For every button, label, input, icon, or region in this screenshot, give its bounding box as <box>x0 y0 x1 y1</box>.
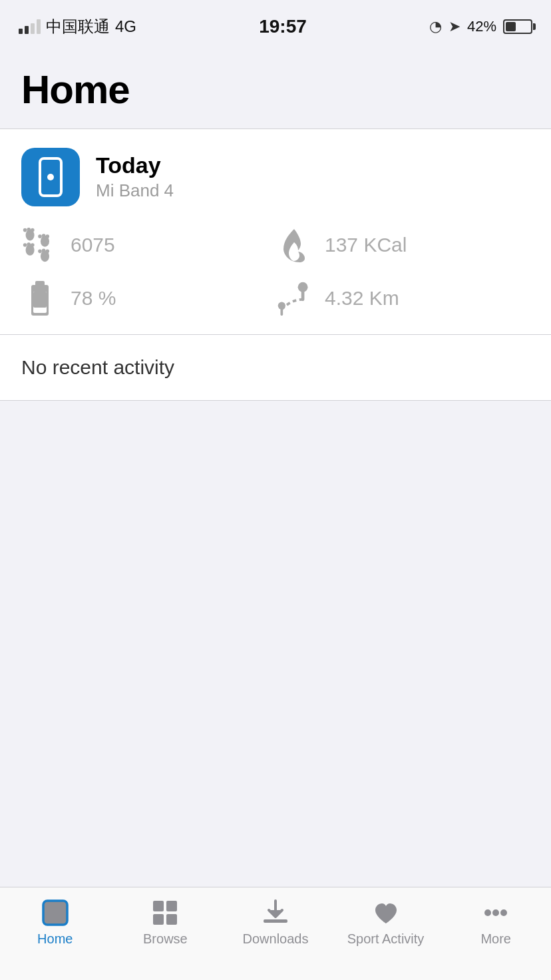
signal-bar-4 <box>37 19 41 34</box>
calories-stat: 137 KCal <box>276 228 530 262</box>
svg-rect-26 <box>153 901 164 911</box>
browse-tab-icon <box>150 898 180 927</box>
svg-rect-23 <box>47 905 54 911</box>
tab-more-label: More <box>480 931 511 947</box>
battery-stat: 78 % <box>21 281 276 316</box>
svg-rect-28 <box>153 914 164 925</box>
svg-point-6 <box>31 228 35 232</box>
svg-point-32 <box>492 909 499 916</box>
carrier-text: 中国联通 <box>46 16 110 37</box>
svg-point-13 <box>38 250 42 254</box>
svg-rect-30 <box>264 919 287 923</box>
svg-rect-25 <box>57 905 63 921</box>
tab-bar: Home Browse Downloads Sport Activity <box>0 887 551 980</box>
svg-point-15 <box>45 250 49 254</box>
today-label: Today <box>96 153 174 178</box>
signal-bar-1 <box>19 29 23 34</box>
status-left: 中国联通 4G <box>19 16 136 37</box>
svg-point-14 <box>42 249 46 253</box>
status-bar: 中国联通 4G 19:57 ◔ ➤ 42% <box>0 0 551 53</box>
today-info: Today Mi Band 4 <box>96 153 174 201</box>
downloads-tab-icon <box>261 898 290 927</box>
svg-rect-17 <box>35 281 45 286</box>
distance-value: 4.32 Km <box>325 287 399 310</box>
stats-grid: 6075 137 KCal 7 <box>21 228 530 316</box>
steps-value: 6075 <box>71 234 115 256</box>
battery-icon <box>503 19 532 34</box>
svg-point-4 <box>23 228 27 232</box>
steps-icon <box>21 228 59 262</box>
lock-icon: ◔ <box>429 18 442 35</box>
svg-rect-29 <box>166 914 177 925</box>
home-tab-icon <box>41 898 70 927</box>
signal-bar-3 <box>31 23 35 34</box>
tab-downloads[interactable]: Downloads <box>220 898 331 947</box>
steps-stat: 6075 <box>21 228 276 262</box>
svg-point-7 <box>23 243 27 247</box>
tab-home-label: Home <box>37 931 73 947</box>
tab-browse-label: Browse <box>143 931 188 947</box>
svg-rect-22 <box>43 901 67 925</box>
flame-icon <box>276 228 313 262</box>
svg-point-12 <box>45 234 49 238</box>
device-icon-inner <box>39 157 63 197</box>
device-name: Mi Band 4 <box>96 180 174 201</box>
svg-rect-27 <box>166 901 177 911</box>
status-time: 19:57 <box>259 16 307 37</box>
signal-bar-2 <box>25 26 29 34</box>
page-header: Home <box>0 53 551 128</box>
svg-point-11 <box>42 234 46 238</box>
svg-rect-19 <box>33 292 47 308</box>
battery-fill <box>506 22 516 31</box>
tab-sport-activity[interactable]: Sport Activity <box>331 898 441 947</box>
page-title: Home <box>21 67 530 113</box>
device-icon <box>21 148 80 206</box>
battery-stat-icon <box>21 281 59 316</box>
location-icon: ➤ <box>449 18 460 35</box>
svg-point-5 <box>27 228 31 231</box>
today-header: Today Mi Band 4 <box>21 148 530 206</box>
svg-point-31 <box>484 909 491 916</box>
signal-bars <box>19 19 41 34</box>
status-right: ◔ ➤ 42% <box>429 18 532 35</box>
battery-percent: 42% <box>467 18 496 35</box>
tab-browse[interactable]: Browse <box>110 898 221 947</box>
svg-point-10 <box>38 234 42 238</box>
svg-rect-24 <box>47 914 54 921</box>
tab-home[interactable]: Home <box>0 898 110 947</box>
tab-more[interactable]: More <box>441 898 551 947</box>
no-activity-text: No recent activity <box>21 356 530 379</box>
svg-point-33 <box>500 909 507 916</box>
more-tab-icon <box>481 898 510 927</box>
device-icon-button <box>47 174 54 180</box>
calories-value: 137 KCal <box>325 234 407 256</box>
distance-icon <box>276 281 313 316</box>
svg-point-9 <box>31 243 35 247</box>
network-type: 4G <box>115 17 136 36</box>
today-section: Today Mi Band 4 <box>0 129 551 334</box>
tab-sport-label: Sport Activity <box>347 931 425 947</box>
activity-divider <box>0 400 551 401</box>
sport-tab-icon <box>371 898 401 927</box>
no-activity-section: No recent activity <box>0 335 551 400</box>
tab-downloads-label: Downloads <box>243 931 309 947</box>
svg-point-8 <box>27 242 31 246</box>
distance-stat: 4.32 Km <box>276 281 530 316</box>
battery-stat-value: 78 % <box>71 287 116 310</box>
